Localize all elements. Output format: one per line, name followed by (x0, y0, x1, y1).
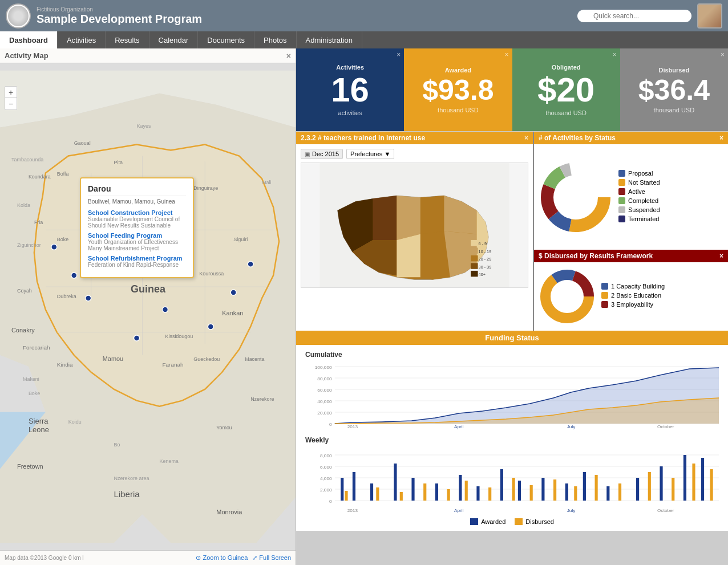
nav-administration[interactable]: Administration (297, 31, 362, 48)
popup-project-1-name[interactable]: School Construction Project (88, 209, 186, 216)
org-info: Fictitious Organization Sample Developme… (37, 6, 202, 26)
full-screen-button[interactable]: ⤢ Full Screen (252, 554, 291, 562)
terminated-label: Terminated (628, 216, 659, 222)
nav-results[interactable]: Results (106, 31, 149, 48)
svg-text:Dubreka: Dubreka (57, 294, 76, 299)
svg-text:Kindia: Kindia (57, 361, 73, 368)
weekly-chart: 8,000 6,000 4,000 2,000 0 2013 April Jul… (305, 446, 719, 515)
nav-dashboard[interactable]: Dashboard (0, 31, 58, 48)
completed-label: Completed (628, 197, 658, 204)
svg-text:October: October (657, 424, 674, 429)
awarded-legend-color (470, 518, 478, 525)
nav-activities[interactable]: Activities (58, 31, 106, 48)
teachers-chart-close[interactable]: × (524, 134, 528, 142)
avatar[interactable] (697, 3, 722, 29)
svg-text:Macenta: Macenta (245, 356, 264, 362)
svg-text:2013: 2013 (347, 424, 358, 429)
svg-text:Boke: Boke (57, 237, 68, 242)
svg-point-2 (51, 244, 57, 250)
funding-title: Funding Status (296, 331, 728, 345)
stat-awarded-close[interactable]: × (504, 51, 508, 59)
svg-rect-132 (574, 486, 577, 501)
zoom-in-button[interactable]: + (5, 87, 17, 98)
disbursed-legend: 1 Capacity Building 2 Basic Education 3 … (601, 283, 665, 310)
svg-text:October: October (657, 508, 674, 513)
employability-color (601, 301, 608, 308)
zoom-controls: + − (5, 86, 17, 110)
svg-rect-109 (435, 483, 438, 501)
svg-rect-125 (423, 483, 426, 501)
stat-awarded-sub: thousand USD (438, 107, 479, 113)
popup-project-2-name[interactable]: School Feeding Program (88, 232, 186, 239)
zoom-to-guinea-button[interactable]: ⊙ Zoom to Guinea (196, 554, 248, 562)
disbursed-title-text: $ Disbursed by Results Framework (539, 252, 653, 260)
svg-rect-107 (394, 464, 397, 501)
svg-rect-117 (606, 486, 609, 501)
map-background[interactable]: Guinea Sierra Leone Freetown Liberia Mon… (0, 63, 296, 550)
svg-text:Boffa: Boffa (57, 171, 69, 177)
employability-label: 3 Employability (611, 301, 653, 308)
svg-rect-135 (648, 472, 651, 501)
proposal-color (618, 170, 625, 177)
teachers-dropdown[interactable]: Prefectures ▼ (346, 149, 394, 159)
capacity-building-color (601, 283, 608, 290)
disbursed-content: 1 Capacity Building 2 Basic Education 3 … (534, 262, 728, 331)
status-chart-close[interactable]: × (719, 134, 723, 142)
nav-documents[interactable]: Documents (198, 31, 254, 48)
disbursed-basic-education: 2 Basic Education (601, 292, 665, 299)
choropleth-svg: 6 - 9 10 - 19 20 - 29 30 - 39 40+ (301, 163, 528, 287)
svg-text:July: July (567, 424, 576, 429)
map-close-button[interactable]: × (286, 51, 291, 60)
svg-text:Kenema: Kenema (159, 458, 178, 464)
stat-obligated-close[interactable]: × (613, 51, 617, 59)
svg-point-9 (134, 335, 140, 341)
svg-text:Mamou: Mamou (103, 355, 124, 362)
suspended-label: Suspended (628, 206, 660, 213)
disbursed-title-bar: $ Disbursed by Results Framework × (534, 250, 728, 262)
svg-text:30 - 39: 30 - 39 (479, 265, 492, 270)
zoom-out-button[interactable]: − (5, 98, 17, 109)
teachers-chart-title: 2.3.2 # teachers trained in internet use… (296, 132, 533, 144)
map-bottom-bar: Map data ©2013 Google 0 km l ⊙ Zoom to G… (0, 550, 296, 565)
status-chart-content: Proposal Not Started Active Complet (534, 144, 728, 250)
status-title-text: # of Activities by Status (539, 134, 616, 142)
svg-rect-129 (512, 478, 515, 501)
nav-calendar[interactable]: Calendar (149, 31, 199, 48)
funding-section: Funding Status Cumulative 100,000 80, (296, 331, 728, 531)
charts-row: 2.3.2 # teachers trained in internet use… (296, 131, 728, 331)
svg-text:Siguiri: Siguiri (233, 237, 248, 242)
svg-text:Mali: Mali (262, 180, 271, 185)
svg-rect-133 (595, 475, 598, 501)
popup-project-3-name[interactable]: School Refurbishment Program (88, 255, 186, 262)
org-logo (6, 3, 31, 29)
disbursed-close[interactable]: × (719, 252, 723, 260)
svg-rect-113 (518, 481, 521, 501)
avatar-image (698, 5, 721, 27)
svg-text:4,000: 4,000 (320, 476, 332, 481)
status-legend-terminated: Terminated (618, 216, 660, 222)
svg-text:Kankan: Kankan (222, 310, 243, 316)
search-input[interactable] (577, 10, 691, 22)
nav-photos[interactable]: Photos (254, 31, 296, 48)
legend-awarded: Awarded (470, 518, 505, 525)
teachers-title-text: 2.3.2 # teachers trained in internet use (301, 134, 425, 142)
map-bottom-right: ⊙ Zoom to Guinea ⤢ Full Screen (196, 554, 291, 562)
stat-card-obligated: × Obligated $20 thousand USD (512, 48, 620, 131)
active-label: Active (628, 188, 645, 195)
svg-text:20 - 29: 20 - 29 (479, 257, 492, 262)
svg-text:Nzerekore area: Nzerekore area (114, 475, 149, 481)
svg-point-3 (71, 273, 77, 278)
teachers-date-picker[interactable]: ▣ Dec 2015 (301, 149, 343, 159)
svg-text:Boke: Boke (29, 391, 40, 396)
disbursed-donut-svg (539, 268, 596, 325)
svg-rect-104 (341, 478, 343, 501)
status-donut-svg (539, 160, 613, 234)
svg-rect-56 (471, 247, 478, 253)
svg-point-8 (162, 307, 168, 312)
funding-content: Cumulative 100,000 80,000 60,000 (296, 345, 728, 531)
stat-activities-close[interactable]: × (397, 51, 401, 59)
svg-rect-128 (488, 487, 491, 501)
status-legend: Proposal Not Started Active Complet (618, 170, 660, 225)
teachers-chart-content: ▣ Dec 2015 Prefectures ▼ (296, 144, 533, 331)
stat-disbursed-close[interactable]: × (721, 51, 725, 59)
